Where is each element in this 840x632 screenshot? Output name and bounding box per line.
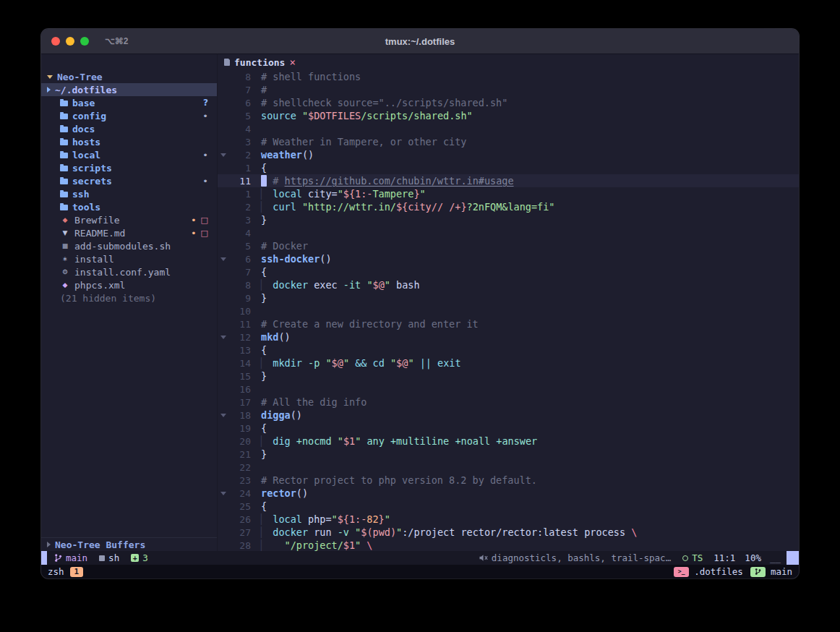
- code-line[interactable]: 1{: [218, 161, 799, 174]
- tree-item-label: install: [74, 254, 114, 265]
- code-line[interactable]: 2▏ curl "http://wttr.in/${city// /+}?2nF…: [218, 200, 799, 213]
- terminal-icon: >_: [674, 567, 689, 577]
- line-number: 24: [229, 488, 251, 499]
- line-text: # All the dig info: [251, 396, 367, 408]
- close-tab-icon[interactable]: ×: [289, 57, 295, 67]
- code-line[interactable]: 8▏ docker exec -it "$@" bash: [218, 278, 799, 291]
- tree-item-README.md[interactable]: ▼README.md•□: [41, 226, 217, 239]
- line-number: 5: [229, 111, 251, 121]
- fold-icon[interactable]: [218, 492, 229, 495]
- line-number: 1: [229, 189, 251, 200]
- line-number: 5: [229, 241, 251, 252]
- code-line[interactable]: 5source "$DOTFILES/scripts/shared.sh": [218, 109, 799, 122]
- line-number: 2: [229, 150, 251, 161]
- tmux-window-badge[interactable]: 1: [70, 567, 84, 577]
- tree-item-label: config: [72, 111, 106, 121]
- neo-tree-buffers-header[interactable]: Neo-Tree Buffers: [41, 537, 217, 551]
- code-line[interactable]: 2weather(): [218, 148, 799, 161]
- code-line[interactable]: 9}: [218, 291, 799, 304]
- code-line[interactable]: 11# Create a new directory and enter it: [218, 317, 799, 330]
- line-number: 11: [229, 319, 251, 330]
- tmux-branch-name: main: [771, 566, 792, 577]
- code-line[interactable]: 24rector(): [218, 487, 799, 500]
- tree-item-Brewfile[interactable]: ◆Brewfile•□: [41, 213, 217, 226]
- fold-icon[interactable]: [218, 414, 229, 417]
- code-line[interactable]: 3}: [218, 213, 799, 226]
- code-line[interactable]: 3# Weather in Tampere, or other city: [218, 135, 799, 148]
- code-line[interactable]: 28▏ "/project/$1" \: [218, 539, 799, 551]
- tree-item-install[interactable]: ∗install: [41, 252, 217, 265]
- fold-icon[interactable]: [218, 153, 229, 157]
- zoom-button[interactable]: [80, 37, 89, 46]
- line-number: 14: [229, 358, 251, 369]
- code-line[interactable]: 18digga(): [218, 409, 799, 422]
- code-line[interactable]: 27▏ docker run -v "$(pwd)":/project rect…: [218, 526, 799, 539]
- line-text: ssh-docker(): [251, 253, 332, 265]
- neo-tree-panel: Neo-Tree ~/.dotfiles base?config•docshos…: [41, 54, 218, 551]
- code-line[interactable]: 14▏ mkdir -p "$@" && cd "$@" || exit: [218, 356, 799, 370]
- tree-item-add-submodules.sh[interactable]: ■add-submodules.sh: [41, 239, 217, 252]
- code-line[interactable]: 5# Docker: [218, 239, 799, 252]
- code-line[interactable]: 8# shell functions: [218, 70, 799, 83]
- tree-item-secrets[interactable]: secrets•: [41, 174, 217, 187]
- minimize-button[interactable]: [66, 37, 74, 46]
- line-number: 2: [229, 202, 251, 213]
- code-line[interactable]: 25{: [218, 500, 799, 513]
- line-number: 15: [229, 371, 251, 382]
- code-line[interactable]: 16: [218, 383, 799, 396]
- code-line[interactable]: 22: [218, 461, 799, 474]
- tree-item-local[interactable]: local•: [41, 148, 217, 161]
- code-line[interactable]: 19{: [218, 422, 799, 435]
- tree-item-hosts[interactable]: hosts: [41, 135, 217, 148]
- code-line[interactable]: 15}: [218, 370, 799, 383]
- fold-icon[interactable]: [218, 336, 229, 339]
- code-line[interactable]: 13{: [218, 343, 799, 356]
- tree-item-tools[interactable]: tools: [41, 200, 217, 213]
- line-number: 6: [229, 254, 251, 265]
- tree-item-phpcs.xml[interactable]: ◆phpcs.xml: [41, 278, 217, 291]
- line-number: 21: [229, 449, 251, 460]
- tree-item-label: tools: [72, 202, 100, 213]
- line-text: ▏ curl "http://wttr.in/${city// /+}?2nFQ…: [251, 201, 554, 213]
- tree-item-docs[interactable]: docs: [41, 122, 217, 135]
- tree-item-install.conf.yaml[interactable]: ⚙install.conf.yaml: [41, 265, 217, 278]
- line-text: rector(): [251, 487, 308, 499]
- tree-item-label: local: [72, 150, 100, 161]
- code-line[interactable]: 17# All the dig info: [218, 396, 799, 409]
- code-line[interactable]: 6ssh-docker(): [218, 252, 799, 265]
- treesitter-segment: TS: [682, 552, 703, 563]
- line-number: 25: [229, 501, 251, 512]
- close-button[interactable]: [51, 37, 60, 46]
- code-line[interactable]: 11 # https://github.com/chubin/wttr.in#u…: [218, 174, 799, 187]
- code-line[interactable]: 20▏ dig +nocmd "$1" any +multiline +noal…: [218, 435, 799, 448]
- scroll-percent: 10%: [745, 552, 761, 563]
- code-line[interactable]: 10: [218, 304, 799, 317]
- bufferline: functions ×: [218, 54, 799, 70]
- code-line[interactable]: 6# shellcheck source="../scripts/shared.…: [218, 96, 799, 109]
- line-text: ▏ docker run -v "$(pwd)":/project rector…: [251, 526, 637, 538]
- code-line[interactable]: 4: [218, 122, 799, 135]
- mute-icon: [479, 554, 488, 562]
- code-line[interactable]: 23# Rector project to php version 8.2 by…: [218, 474, 799, 487]
- line-text: }: [251, 292, 267, 304]
- code-line[interactable]: 26▏ local php="${1:-82}": [218, 513, 799, 526]
- line-text: ▏ dig +nocmd "$1" any +multiline +noall …: [251, 435, 537, 447]
- tree-item-config[interactable]: config•: [41, 109, 217, 122]
- code-line[interactable]: 4: [218, 226, 799, 239]
- code-line[interactable]: 7#: [218, 83, 799, 96]
- tree-item-scripts[interactable]: scripts: [41, 161, 217, 174]
- fold-icon[interactable]: [218, 257, 229, 261]
- folder-icon: [60, 127, 68, 132]
- code-line[interactable]: 21}: [218, 448, 799, 461]
- traffic-lights: [41, 37, 95, 46]
- tree-item-base[interactable]: base?: [41, 96, 217, 109]
- tree-root[interactable]: ~/.dotfiles: [41, 83, 217, 96]
- code-line[interactable]: 7{: [218, 265, 799, 278]
- code-line[interactable]: 1▏ local city="${1:-Tampere}": [218, 187, 799, 200]
- tab-functions[interactable]: functions ×: [224, 57, 296, 68]
- chevron-down-icon: [47, 75, 53, 79]
- line-text: #: [251, 84, 267, 95]
- line-number: 12: [229, 332, 251, 343]
- code-line[interactable]: 12mkd(): [218, 330, 799, 343]
- tree-item-ssh[interactable]: ssh: [41, 187, 217, 200]
